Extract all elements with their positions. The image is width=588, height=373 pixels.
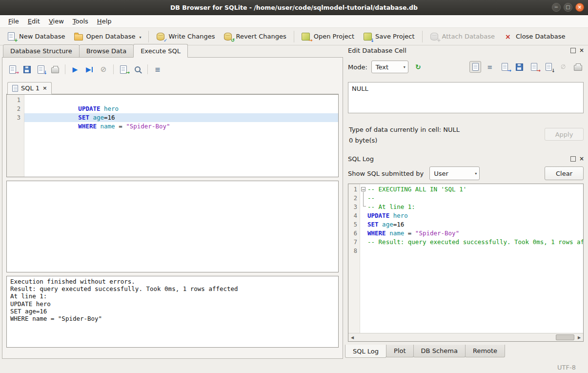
editor-code-area[interactable]: UPDATE hero SET age=16 WHERE name = "Spi…	[24, 95, 338, 177]
tab-browse-data[interactable]: Browse Data	[79, 44, 134, 58]
line-number: 2	[348, 194, 360, 203]
execution-message-panel[interactable]: Execution finished without errors. Resul…	[6, 276, 339, 348]
sql-toolbar: → ↓ ▶ ▶ ⊘ → ≡	[6, 62, 339, 77]
sql-file-tab-bar: SQL 1 ×	[6, 81, 339, 94]
menu-help[interactable]: Help	[93, 16, 116, 26]
code-token: =	[404, 229, 415, 237]
word-wrap-button[interactable]: ≡	[484, 61, 496, 73]
code-token: -- At line 1:	[367, 203, 415, 210]
submitter-select[interactable]: User ▾	[429, 166, 480, 180]
mode-label: Mode:	[348, 63, 367, 71]
maximize-button[interactable]: □	[564, 3, 572, 12]
submitter-value: User	[434, 170, 448, 177]
open-database-dropdown-icon[interactable]: ▾	[139, 35, 141, 41]
close-panel-icon[interactable]: ×	[579, 156, 584, 162]
fold-collapse-icon[interactable]: −	[361, 187, 365, 191]
text-mode-button[interactable]	[469, 61, 481, 73]
scroll-left-icon[interactable]: ◀	[348, 335, 356, 340]
cell-value-editor[interactable]: NULL	[348, 82, 584, 113]
sql-document-icon	[12, 85, 18, 92]
attach-database-button: + Attach Database	[426, 30, 499, 43]
import-cell-button[interactable]: →	[528, 61, 540, 73]
scrollbar-track[interactable]	[356, 333, 575, 341]
open-database-button[interactable]: Open Database ▾	[70, 30, 145, 43]
open-project-icon: →	[302, 32, 310, 41]
menu-tools[interactable]: Tools	[68, 16, 93, 26]
save-cell-file-button[interactable]	[513, 61, 525, 73]
line-number: 8	[348, 247, 360, 255]
dock-tab-db-schema[interactable]: DB Schema	[413, 345, 466, 357]
clear-button[interactable]: Clear	[545, 166, 584, 180]
printer-icon	[574, 65, 582, 71]
execute-all-button[interactable]: ▶	[69, 63, 81, 76]
edit-cell-header: Edit Database Cell ×	[348, 45, 584, 56]
sql-editor[interactable]: 1 2 3 UPDATE hero SET age=16 WHERE name …	[6, 94, 339, 177]
log-gutter: 1 2 3 4 5 6 7 8	[348, 184, 360, 341]
sql-file-tab[interactable]: SQL 1 ×	[7, 82, 52, 94]
mode-select[interactable]: Text ▾	[371, 61, 408, 73]
tab-execute-sql[interactable]: Execute SQL	[133, 44, 188, 58]
float-panel-icon[interactable]	[570, 48, 576, 53]
stop-button: ⊘	[97, 63, 110, 76]
sql-log-view[interactable]: 1 2 3 4 5 6 7 8 − -- EXECUTING ALL IN 'S…	[348, 184, 584, 342]
revert-changes-button[interactable]: ↺ Revert Changes	[220, 30, 290, 43]
export-sql-icon: ↓	[37, 65, 45, 73]
close-database-button[interactable]: × Close Database	[500, 30, 569, 43]
save-sql-file-button[interactable]	[20, 63, 33, 76]
titlebar[interactable]: DB Browser for SQLite - /home/user/code/…	[0, 0, 588, 15]
horizontal-scrollbar[interactable]: ◀ ▶	[348, 333, 583, 341]
export-sql-button[interactable]: ↓	[35, 63, 47, 76]
scroll-right-icon[interactable]: ▶	[575, 335, 583, 340]
execute-line-button[interactable]: ▶	[83, 63, 96, 76]
open-project-button[interactable]: → Open Project	[298, 30, 358, 43]
dock-tab-remote[interactable]: Remote	[465, 345, 505, 357]
auto-update-button[interactable]: ↻	[412, 61, 424, 73]
word-wrap-icon: ≡	[487, 63, 493, 71]
line-number: 6	[348, 229, 360, 238]
new-database-icon: +	[7, 32, 16, 41]
code-token: "Spider-Boy"	[415, 229, 459, 237]
log-line: -- EXECUTING ALL IN 'SQL 1'	[366, 185, 583, 194]
main-tab-bar: Database Structure Browse Data Execute S…	[2, 44, 343, 58]
attach-database-icon: +	[430, 32, 439, 41]
format-sql-button[interactable]: ≡	[151, 63, 164, 76]
menu-view[interactable]: View	[44, 16, 68, 26]
scrollbar-thumb[interactable]	[556, 334, 574, 340]
code-token: age	[89, 114, 104, 121]
execute-line-icon: ▶	[85, 65, 93, 73]
export-cell-button[interactable]: ↓	[543, 61, 554, 73]
menu-edit[interactable]: Edit	[23, 16, 44, 26]
menu-file[interactable]: File	[4, 16, 23, 26]
dock-tab-plot[interactable]: Plot	[386, 345, 414, 357]
dock-tab-sql-log[interactable]: SQL Log	[345, 345, 386, 358]
log-line	[366, 247, 583, 255]
print-button[interactable]	[49, 63, 61, 76]
export-results-button[interactable]: →	[117, 63, 130, 76]
save-sql-file-icon	[23, 65, 31, 73]
new-database-button[interactable]: + New Database	[3, 30, 69, 43]
close-window-button[interactable]: ×	[575, 3, 584, 12]
toolbar-separator	[422, 31, 423, 42]
close-tab-icon[interactable]: ×	[42, 85, 47, 91]
sql-tab-label: SQL 1	[21, 84, 40, 92]
encoding-indicator[interactable]: UTF-8	[557, 364, 576, 371]
close-database-icon: ×	[504, 32, 512, 41]
close-panel-icon[interactable]: ×	[579, 47, 584, 53]
write-changes-button[interactable]: ✓ Write Changes	[152, 30, 219, 43]
export-cell-icon: ↓	[544, 62, 553, 71]
open-cell-file-button[interactable]: →	[499, 61, 510, 73]
results-grid[interactable]	[6, 181, 339, 272]
code-token: -- EXECUTING ALL IN 'SQL 1'	[367, 186, 466, 193]
cell-type-text: Type of data currently in cell: NULL	[349, 126, 460, 133]
window-controls: − □ ×	[552, 3, 584, 12]
open-sql-file-button[interactable]: →	[6, 63, 19, 76]
minimize-button[interactable]: −	[552, 3, 561, 12]
float-panel-icon[interactable]	[570, 156, 576, 162]
set-null-button: ∅	[557, 61, 569, 73]
find-button[interactable]	[131, 63, 144, 76]
save-project-button[interactable]: ↓ Save Project	[359, 30, 419, 43]
code-token: hero	[101, 105, 119, 112]
tab-database-structure[interactable]: Database Structure	[3, 44, 80, 58]
print-cell-button[interactable]	[572, 61, 584, 73]
cell-mode-row: Mode: Text ▾ ↻ ≡ → → ↓ ∅	[348, 60, 584, 74]
